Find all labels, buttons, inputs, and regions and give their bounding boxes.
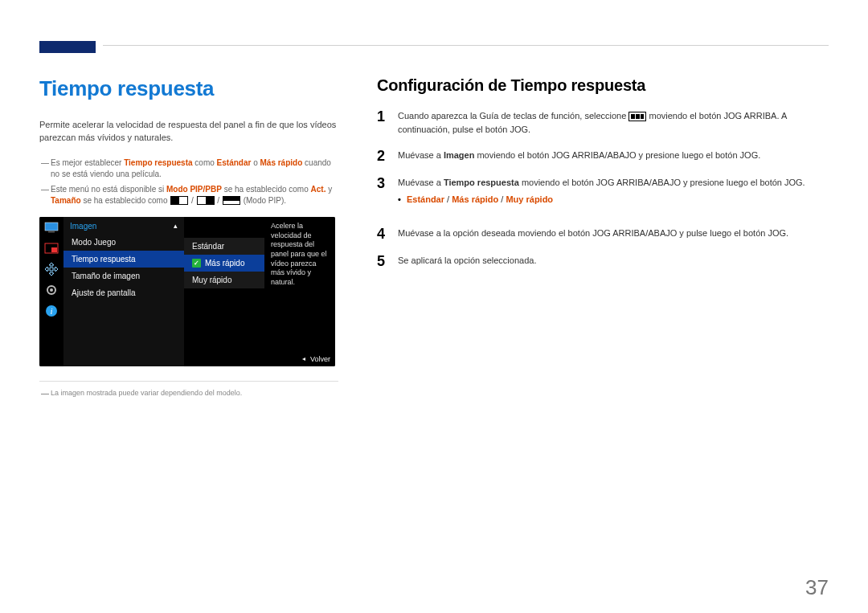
steps-list: 1 Cuando aparezca la Guía de teclas de f… bbox=[377, 109, 829, 268]
osd-item-tiempo-respuesta: Tiempo respuesta bbox=[63, 251, 184, 268]
size-icon-2 bbox=[197, 196, 215, 205]
osd-opt-muy-rapido: Muy rápido bbox=[184, 272, 264, 288]
osd-header: Imagen bbox=[70, 222, 96, 231]
chapter-marker bbox=[39, 41, 96, 53]
footnote: ― La imagen mostrada puede variar depend… bbox=[39, 388, 338, 400]
size-icon-1 bbox=[170, 196, 188, 205]
osd-sidebar: i bbox=[39, 217, 63, 366]
step-1: 1 Cuando aparezca la Guía de teclas de f… bbox=[377, 109, 829, 136]
osd-item-modo-juego: Modo Juego bbox=[63, 234, 184, 251]
osd-item-ajuste: Ajuste de pantalla bbox=[63, 284, 184, 301]
step-5: 5 Se aplicará la opción seleccionada. bbox=[377, 254, 829, 268]
osd-footer: ◂Volver bbox=[302, 355, 330, 363]
info-icon: i bbox=[44, 305, 59, 317]
pip-icon bbox=[44, 243, 59, 254]
note-item-1: ― Es mejor establecer Tiempo respuesta c… bbox=[39, 157, 338, 181]
dash-icon: ― bbox=[39, 388, 51, 400]
page-title-left: Tiempo respuesta bbox=[39, 76, 338, 101]
lead-paragraph: Permite acelerar la velocidad de respues… bbox=[39, 119, 338, 145]
menu-bars-icon bbox=[628, 112, 646, 121]
arrow-left-icon: ◂ bbox=[302, 355, 305, 362]
osd-opt-mas-rapido: ✓Más rápido bbox=[184, 255, 264, 272]
position-icon bbox=[44, 264, 59, 275]
svg-rect-0 bbox=[45, 223, 58, 231]
section-title-right: Configuración de Tiempo respuesta bbox=[377, 76, 829, 95]
svg-point-5 bbox=[50, 288, 53, 292]
step-4: 4 Muévase a la opción deseada moviendo e… bbox=[377, 227, 829, 241]
osd-description: Acelere la velocidad de respuesta del pa… bbox=[264, 217, 335, 366]
note-item-2: ― Este menú no está disponible si Modo P… bbox=[39, 184, 338, 207]
dash-icon: ― bbox=[39, 184, 51, 207]
size-icon-3 bbox=[223, 196, 240, 205]
arrow-up-icon: ▴ bbox=[174, 222, 178, 230]
step-2: 2 Muévase a Imagen moviendo el botón JOG… bbox=[377, 149, 829, 163]
osd-screenshot: i Imagen▴ Modo Juego Tiempo respuesta Ta… bbox=[39, 217, 335, 366]
divider bbox=[39, 381, 338, 382]
step-3: 3 Muévase a Tiempo respuesta moviendo el… bbox=[377, 176, 829, 214]
osd-opt-estandar: Estándar bbox=[184, 238, 264, 255]
check-icon: ✓ bbox=[192, 259, 201, 268]
monitor-icon bbox=[44, 222, 59, 233]
osd-item-tamano: Tamaño de imagen bbox=[63, 268, 184, 284]
dash-icon: ― bbox=[39, 157, 51, 181]
svg-rect-1 bbox=[48, 231, 55, 232]
osd-options-col: Estándar ✓Más rápido Muy rápido bbox=[184, 238, 264, 288]
gear-icon bbox=[44, 284, 59, 296]
header-rule bbox=[103, 45, 829, 46]
page-number: 37 bbox=[805, 575, 829, 600]
options-bullet: • Estándar / Más rápido / Muy rápido bbox=[398, 193, 829, 206]
svg-text:i: i bbox=[50, 306, 52, 316]
osd-menu-col: Imagen▴ Modo Juego Tiempo respuesta Tama… bbox=[63, 217, 184, 366]
svg-rect-3 bbox=[51, 247, 57, 252]
